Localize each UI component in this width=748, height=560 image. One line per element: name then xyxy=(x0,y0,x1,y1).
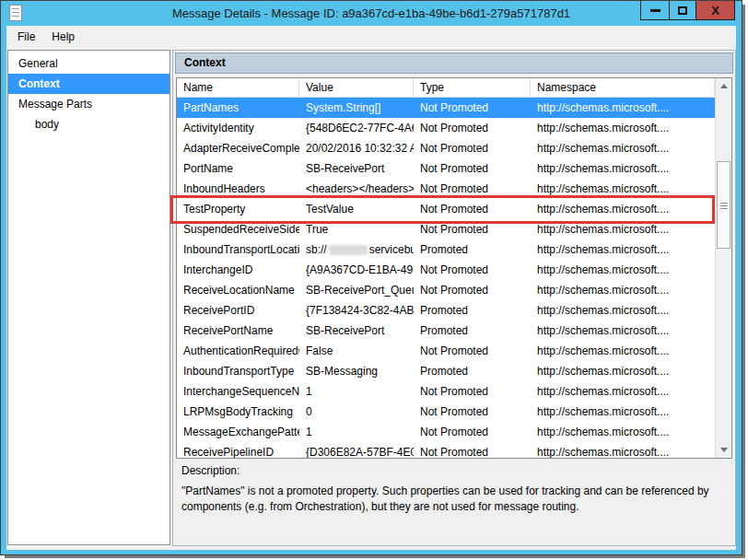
cell-name: ReceivePortID xyxy=(177,304,299,317)
cell-type: Not Promoted xyxy=(414,203,531,216)
scroll-down-button[interactable] xyxy=(716,442,731,458)
cell-namespace: http://schemas.microsoft.... xyxy=(531,162,715,175)
table-row[interactable]: ReceivePortName SB-ReceivePort Promoted … xyxy=(177,321,715,341)
column-header-value[interactable]: Value xyxy=(299,78,414,97)
cell-namespace: http://schemas.microsoft.... xyxy=(531,365,715,378)
table-header: Name Value Type Namespace xyxy=(177,78,715,98)
table-row[interactable]: ReceivePortID {7F138424-3C82-4AB5-8E... … xyxy=(177,300,715,321)
cell-value: 1 xyxy=(299,426,414,438)
table-row[interactable]: MessageExchangePattern 1 Not Promoted ht… xyxy=(177,422,715,442)
chevron-up-icon xyxy=(720,84,728,88)
cell-value: 1 xyxy=(299,385,414,398)
cell-value: 20/02/2016 10:32:32 AM xyxy=(299,142,414,155)
cell-value: {D306E82A-57BF-4E0B-A... xyxy=(299,446,414,458)
sidebar-item-body[interactable]: body xyxy=(8,114,169,134)
table-body: PartNames System.String[] Not Promoted h… xyxy=(177,98,715,458)
sidebar-item-message-parts[interactable]: Message Parts xyxy=(8,94,169,114)
cell-value: {548D6EC2-77FC-4A61-8... xyxy=(299,122,414,134)
scrollbar-thumb[interactable] xyxy=(717,161,730,249)
cell-name: InboundTransportLocation xyxy=(177,243,299,256)
cell-type: Not Promoted xyxy=(414,405,531,418)
table-row[interactable]: SuspendedReceiveSideM... True Not Promot… xyxy=(177,219,715,239)
table-row[interactable]: ReceivePipelineID {D306E82A-57BF-4E0B-A.… xyxy=(177,442,715,458)
table-row[interactable]: InterchangeID {A9A367CD-E1BA-49BE-B... N… xyxy=(177,260,715,280)
cell-name: LRPMsgBodyTracking xyxy=(177,405,299,418)
grip-icon xyxy=(720,201,728,209)
table-row[interactable]: AdapterReceiveComplete... 20/02/2016 10:… xyxy=(177,138,715,158)
cell-type: Promoted xyxy=(414,324,531,337)
table-row[interactable]: InboundHeaders <headers></headers> Not P… xyxy=(177,179,715,199)
table-row[interactable]: LRPMsgBodyTracking 0 Not Promoted http:/… xyxy=(177,402,715,422)
table-row[interactable]: AuthenticationRequiredOn... False Not Pr… xyxy=(177,341,715,361)
table-row[interactable]: PortName SB-ReceivePort Not Promoted htt… xyxy=(177,158,715,179)
vertical-scrollbar[interactable] xyxy=(715,78,731,458)
scroll-up-button[interactable] xyxy=(716,78,731,94)
cell-value: {A9A367CD-E1BA-49BE-B... xyxy=(299,263,414,276)
table-row[interactable]: PartNames System.String[] Not Promoted h… xyxy=(177,98,715,118)
cell-value: sb://servicebus.wi... xyxy=(299,243,414,256)
table-row[interactable]: InboundTransportLocation sb://servicebus… xyxy=(177,239,715,260)
cell-type: Not Promoted xyxy=(414,426,531,438)
cell-namespace: http://schemas.microsoft.... xyxy=(531,385,715,398)
cell-namespace: http://schemas.microsoft.... xyxy=(531,304,715,317)
sidebar-item-general[interactable]: General xyxy=(8,53,169,74)
cell-value: <headers></headers> xyxy=(299,182,414,195)
cell-name: TestProperty xyxy=(177,203,299,216)
cell-value: SB-ReceivePort_Queue_SB xyxy=(299,284,414,297)
minimize-button[interactable] xyxy=(640,1,670,20)
table-row[interactable]: InterchangeSequenceNu... 1 Not Promoted … xyxy=(177,381,715,402)
close-button[interactable]: X xyxy=(696,1,735,20)
cell-value: {7F138424-3C82-4AB5-8E... xyxy=(299,304,414,317)
cell-namespace: http://schemas.microsoft.... xyxy=(531,243,715,256)
cell-namespace: http://schemas.microsoft.... xyxy=(531,203,715,216)
cell-type: Not Promoted xyxy=(414,122,531,134)
maximize-button[interactable] xyxy=(670,1,696,20)
cell-type: Promoted xyxy=(414,304,531,317)
cell-namespace: http://schemas.microsoft.... xyxy=(531,101,715,114)
table-row[interactable]: ActivityIdentity {548D6EC2-77FC-4A61-8..… xyxy=(177,118,715,138)
table-row[interactable]: ReceiveLocationName SB-ReceivePort_Queue… xyxy=(177,280,715,300)
cell-value: True xyxy=(299,223,414,236)
cell-name: MessageExchangePattern xyxy=(177,426,299,438)
cell-namespace: http://schemas.microsoft.... xyxy=(531,426,715,438)
cell-type: Not Promoted xyxy=(414,162,531,175)
title-bar[interactable]: Message Details - Message ID: a9a367cd-e… xyxy=(1,1,742,26)
cell-name: PartNames xyxy=(177,101,299,114)
cell-value: SB-ReceivePort xyxy=(299,162,414,175)
cell-name: SuspendedReceiveSideM... xyxy=(177,223,299,236)
cell-type: Not Promoted xyxy=(414,284,531,297)
cell-namespace: http://schemas.microsoft.... xyxy=(531,344,715,357)
maximize-icon xyxy=(678,6,687,15)
cell-type: Not Promoted xyxy=(414,385,531,398)
cell-type: Not Promoted xyxy=(414,101,531,114)
cell-type: Promoted xyxy=(414,365,531,378)
cell-type: Not Promoted xyxy=(414,142,531,155)
cell-type: Not Promoted xyxy=(414,446,531,458)
description-text: "PartNames" is not a promoted property. … xyxy=(181,484,730,516)
table-row[interactable]: TestProperty TestValue Not Promoted http… xyxy=(177,199,715,219)
cell-type: Not Promoted xyxy=(414,263,531,276)
menu-file[interactable]: File xyxy=(9,28,43,46)
cell-name: InboundHeaders xyxy=(177,182,299,195)
column-header-type[interactable]: Type xyxy=(414,78,531,97)
cell-value: False xyxy=(299,344,414,357)
cell-namespace: http://schemas.microsoft.... xyxy=(531,405,715,418)
cell-namespace: http://schemas.microsoft.... xyxy=(531,122,715,134)
context-panel: Context Name Value Type Namespace PartNa… xyxy=(172,50,736,546)
cell-namespace: http://schemas.microsoft.... xyxy=(531,263,715,276)
chevron-down-icon xyxy=(720,448,728,452)
cell-value: TestValue xyxy=(299,203,414,216)
cell-type: Not Promoted xyxy=(414,344,531,357)
sidebar-item-context[interactable]: Context xyxy=(8,74,169,94)
cell-name: InterchangeID xyxy=(177,263,299,276)
cell-name: AuthenticationRequiredOn... xyxy=(177,344,299,357)
column-header-name[interactable]: Name xyxy=(177,78,299,97)
minimize-icon xyxy=(650,9,660,12)
cell-value: SB-Messaging xyxy=(299,365,414,378)
cell-type: Not Promoted xyxy=(414,223,531,236)
table-row[interactable]: InboundTransportType SB-Messaging Promot… xyxy=(177,361,715,381)
cell-name: ActivityIdentity xyxy=(177,122,299,134)
menu-help[interactable]: Help xyxy=(43,28,83,46)
column-header-namespace[interactable]: Namespace xyxy=(531,78,715,97)
menu-bar: File Help xyxy=(6,26,736,47)
